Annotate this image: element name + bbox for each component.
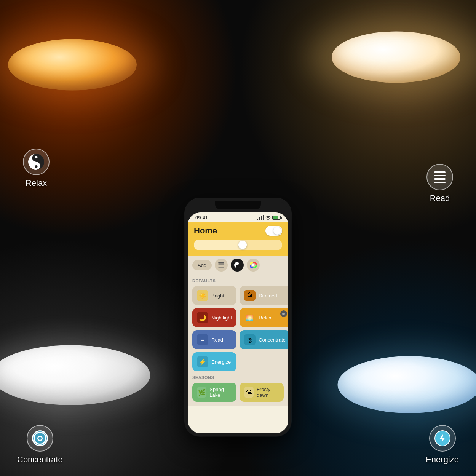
lamp-relax-shape [8,39,137,91]
energize-svg [438,434,447,443]
signal-bar-3 [261,216,262,220]
color-wheel-icon [250,262,257,268]
wifi-icon [265,216,271,220]
color-button[interactable] [247,259,260,272]
concentrate-scene-name: Concentrate [259,337,286,343]
read-scene-icon: ≡ [197,334,208,345]
label-read: Read [426,164,453,203]
nightlight-name: Nightlight [211,315,232,321]
svg-rect-0 [218,262,224,264]
lamp-read-shape [332,32,460,83]
brightness-thumb [238,241,247,249]
scene-nightlight[interactable]: 🌙 Nightlight [192,308,236,327]
frostydawn-name: Frosty dawn [257,387,279,398]
add-button[interactable]: Add [192,260,212,270]
concentrate-scene-icon: ◎ [244,334,256,345]
relax-scene-icon: 🌅 [244,312,256,323]
signal-bar-4 [263,215,264,220]
relax-scene-name: Relax [259,315,271,321]
signal-bar-2 [259,217,260,220]
lamp-energize [354,347,465,423]
brightness-slider[interactable] [194,240,282,250]
energize-scene-name: Energize [211,359,231,365]
svg-rect-1 [218,265,224,266]
energize-bolt-icon [434,430,450,446]
read-scene-name: Read [211,337,223,343]
scene-read[interactable]: ≡ Read [192,330,236,349]
read-line-1 [434,171,446,173]
svg-point-7 [252,264,254,266]
scene-bright[interactable]: ☀️ Bright [192,286,236,305]
label-relax: Relax [23,149,50,188]
app-toolbar: Add [188,256,288,275]
battery-fill [273,216,278,219]
energize-scene-icon: ⚡ [197,356,208,367]
seasons-grid: 🌿 Spring Lake 🌤 Frosty dawn [192,383,284,402]
energize-icon-circle [429,425,456,452]
phone: 09:41 [185,198,291,436]
springlake-name: Spring Lake [209,387,232,398]
scene-energize[interactable]: ⚡ Energize [192,352,236,371]
yin-yang-icon [234,262,241,268]
svg-point-4 [236,263,238,264]
scene-view-button[interactable] [231,259,244,272]
app-header: Home [188,222,288,256]
lamp-relax [23,30,122,99]
scene-dimmed[interactable]: 🌤 Dimmed [240,286,288,305]
relax-yin-yang [28,154,44,170]
read-icon-circle [426,164,453,190]
lamp-energize-shape [338,356,476,413]
relax-label-text: Relax [26,178,47,188]
add-label: Add [198,262,206,268]
signal-bar-1 [257,219,258,220]
lamp-concentrate-shape [0,345,150,405]
edit-indicator [280,310,287,317]
seasons-section-title: SEASONS [192,375,284,380]
concentrate-rings-icon [32,430,48,446]
home-toggle[interactable] [265,226,282,236]
springlake-icon: 🌿 [197,387,206,398]
concentrate-icon-circle [27,425,53,452]
status-bar: 09:41 [188,212,288,222]
scene-frostydawn[interactable]: 🌤 Frosty dawn [240,383,284,402]
app-title: Home [194,226,217,236]
svg-rect-2 [218,267,224,268]
main-content: Relax Read Concentrate [0,0,476,476]
label-concentrate: Concentrate [17,425,63,465]
concentrate-label-text: Concentrate [17,455,63,465]
read-line-2 [434,175,446,176]
frostydawn-icon: 🌤 [244,387,254,398]
scenes-grid: ☀️ Bright 🌤 Dimmed 🌙 Nightlight [192,286,284,371]
svg-point-5 [236,266,238,267]
read-label-text: Read [430,193,450,203]
read-lines-icon [434,171,446,183]
app-scenes: DEFAULTS ☀️ Bright 🌤 Dimmed [188,275,288,406]
bright-name: Bright [211,293,224,299]
lamp-concentrate [11,335,129,415]
status-icons [257,215,281,220]
relax-icon-circle [23,149,50,175]
battery-icon [272,216,281,220]
defaults-section-title: DEFAULTS [192,278,284,283]
list-icon [218,262,224,268]
phone-notch [215,201,261,209]
read-line-4 [434,182,446,183]
app-title-row: Home [194,226,282,236]
dimmed-icon: 🌤 [244,290,256,301]
lamp-read [347,23,446,91]
dimmed-name: Dimmed [259,293,277,299]
phone-notch-area [188,201,288,212]
concentrate-inner-ring [37,436,43,441]
scene-springlake[interactable]: 🌿 Spring Lake [192,383,236,402]
phone-screen: 09:41 [188,212,288,433]
status-time: 09:41 [195,215,208,220]
scene-concentrate[interactable]: ◎ Concentrate [240,330,288,349]
nightlight-icon: 🌙 [197,312,208,323]
list-view-button[interactable] [215,259,228,272]
signal-bars [257,215,264,220]
read-line-3 [434,178,446,180]
scene-relax[interactable]: 🌅 Relax [240,308,288,327]
label-energize: Energize [426,425,459,465]
phone-container: 09:41 [185,198,291,436]
energize-label-text: Energize [426,455,459,465]
